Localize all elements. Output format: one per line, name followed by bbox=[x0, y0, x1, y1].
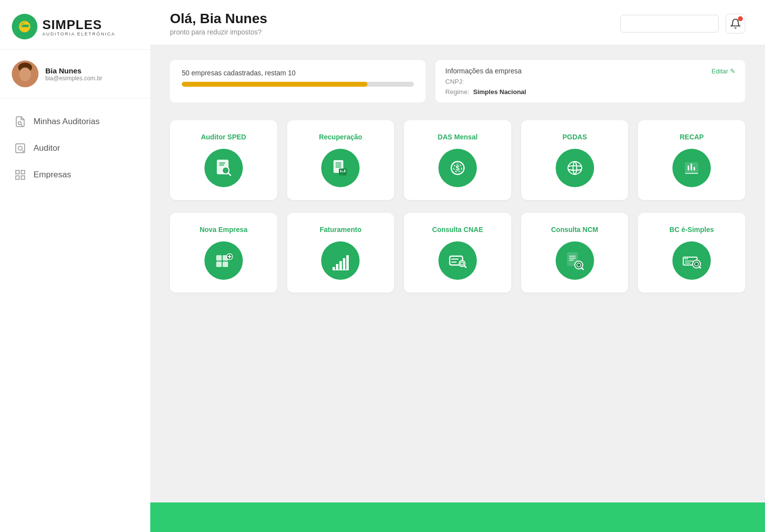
regime-value: Simples Nacional bbox=[473, 88, 527, 96]
cnpj-row: CNPJ: bbox=[445, 78, 735, 85]
card-bc-e-simples[interactable]: BC é-Simples bbox=[638, 213, 745, 293]
svg-rect-48 bbox=[343, 258, 345, 270]
card-label-consulta-ncm: Consulta NCM bbox=[551, 226, 599, 233]
svg-line-55 bbox=[464, 266, 466, 267]
notification-dot bbox=[738, 16, 743, 21]
card-icon-consulta-cnae bbox=[438, 241, 477, 280]
svg-line-8 bbox=[21, 125, 23, 127]
svg-rect-38 bbox=[216, 255, 222, 261]
logo-sub-text: AUDITORIA ELETRÔNICA bbox=[42, 32, 115, 36]
svg-rect-13 bbox=[21, 170, 25, 174]
sidebar-item-empresas[interactable]: Empresas bbox=[0, 162, 150, 188]
svg-rect-47 bbox=[339, 261, 342, 270]
svg-rect-20 bbox=[219, 163, 225, 164]
svg-rect-35 bbox=[691, 164, 692, 170]
card-das-mensal[interactable]: DAS Mensal $ bbox=[404, 120, 511, 200]
card-label-faturamento: Faturamento bbox=[320, 226, 362, 233]
main-content: Olá, Bia Nunes pronto para reduzir impos… bbox=[150, 0, 765, 532]
progress-bar-bg bbox=[182, 82, 414, 87]
card-icon-auditor-sped bbox=[204, 149, 243, 187]
edit-link[interactable]: Editar ✎ bbox=[711, 67, 735, 75]
sidebar-item-minhas-auditorias[interactable]: Minhas Auditorias bbox=[0, 108, 150, 135]
avatar bbox=[12, 61, 38, 87]
auditor-icon bbox=[14, 142, 27, 155]
svg-point-7 bbox=[18, 122, 21, 125]
svg-rect-24 bbox=[335, 165, 341, 166]
info-bar: 50 empresas cadastradas, restam 10 Infor… bbox=[170, 60, 745, 102]
header-subtitle: pronto para reduzir impostos? bbox=[170, 28, 267, 36]
card-label-auditor-sped: Auditor SPED bbox=[201, 133, 246, 141]
svg-rect-45 bbox=[333, 267, 335, 270]
card-auditor-sped[interactable]: Auditor SPED bbox=[170, 120, 277, 200]
card-nova-empresa[interactable]: Nova Empresa bbox=[170, 213, 277, 293]
header: Olá, Bia Nunes pronto para reduzir impos… bbox=[150, 0, 765, 45]
nav-menu: Minhas Auditorias Auditor E bbox=[0, 99, 150, 198]
logo-area: SIMPLES AUDITORIA ELETRÔNICA bbox=[0, 0, 150, 50]
svg-rect-25 bbox=[335, 166, 341, 167]
file-icon bbox=[14, 115, 27, 128]
card-icon-recuperacao bbox=[321, 149, 360, 187]
svg-rect-2 bbox=[22, 26, 29, 27]
card-icon-pgdas bbox=[556, 149, 594, 187]
svg-line-63 bbox=[581, 268, 583, 270]
svg-point-10 bbox=[18, 146, 22, 150]
card-pgdas[interactable]: PGDAS bbox=[521, 120, 629, 200]
card-icon-das-mensal: $ bbox=[438, 149, 477, 187]
card-faturamento[interactable]: Faturamento bbox=[287, 213, 395, 293]
card-recap[interactable]: RECAP bbox=[638, 120, 745, 200]
svg-point-66 bbox=[687, 258, 688, 260]
svg-rect-15 bbox=[21, 176, 25, 179]
logo-simples-text: SIMPLES bbox=[42, 17, 115, 33]
header-left: Olá, Bia Nunes pronto para reduzir impos… bbox=[170, 11, 267, 36]
company-info-header: Informações da empresa Editar ✎ bbox=[445, 67, 735, 75]
card-consulta-ncm[interactable]: Consulta NCM bbox=[521, 213, 629, 293]
progress-label: 50 empresas cadastradas, restam 10 bbox=[182, 69, 414, 77]
header-right bbox=[620, 14, 745, 33]
user-info: Bia Nunes bia@esimples.com.br bbox=[45, 66, 102, 82]
svg-rect-21 bbox=[219, 165, 224, 166]
card-recuperacao[interactable]: Recuperação bbox=[287, 120, 395, 200]
card-consulta-cnae[interactable]: Consulta CNAE bbox=[404, 213, 511, 293]
header-greeting: Olá, Bia Nunes bbox=[170, 11, 267, 27]
svg-rect-41 bbox=[223, 262, 228, 267]
svg-line-71 bbox=[699, 266, 700, 268]
sidebar-item-auditor[interactable]: Auditor bbox=[0, 135, 150, 162]
user-area: Bia Nunes bia@esimples.com.br bbox=[0, 50, 150, 99]
sidebar-item-label-empresas: Empresas bbox=[33, 170, 71, 180]
card-icon-nova-empresa bbox=[204, 241, 243, 280]
svg-rect-14 bbox=[16, 176, 19, 179]
user-name: Bia Nunes bbox=[45, 66, 102, 75]
svg-rect-12 bbox=[16, 170, 19, 174]
company-info-title: Informações da empresa bbox=[445, 67, 522, 75]
card-label-consulta-cnae: Consulta CNAE bbox=[432, 226, 483, 233]
search-input[interactable] bbox=[620, 15, 719, 33]
sidebar-item-label-auditor: Auditor bbox=[33, 143, 60, 153]
card-icon-bc-e-simples bbox=[672, 241, 711, 280]
sidebar-item-label-minhas-auditorias: Minhas Auditorias bbox=[33, 117, 100, 127]
svg-rect-49 bbox=[346, 255, 349, 270]
progress-bar-fill bbox=[182, 82, 367, 87]
svg-point-65 bbox=[685, 258, 686, 260]
user-email: bia@esimples.com.br bbox=[45, 75, 102, 82]
sidebar: SIMPLES AUDITORIA ELETRÔNICA Bia Nunes b… bbox=[0, 0, 150, 532]
svg-rect-40 bbox=[216, 262, 222, 267]
regime-row: Regime: Simples Nacional bbox=[445, 88, 735, 96]
card-label-das-mensal: DAS Mensal bbox=[438, 133, 478, 141]
grid-icon bbox=[14, 168, 27, 181]
company-progress-card: 50 empresas cadastradas, restam 10 bbox=[170, 60, 426, 102]
feature-cards-row2: Nova Empresa Faturamento bbox=[170, 213, 745, 293]
svg-rect-36 bbox=[694, 167, 695, 170]
card-label-bc-e-simples: BC é-Simples bbox=[669, 226, 714, 233]
card-label-nova-empresa: Nova Empresa bbox=[200, 226, 247, 233]
feature-cards-row1: Auditor SPED Recuperação bbox=[170, 120, 745, 200]
card-label-recuperacao: Recuperação bbox=[319, 133, 362, 141]
svg-line-11 bbox=[22, 150, 24, 152]
svg-rect-34 bbox=[688, 166, 689, 170]
svg-rect-46 bbox=[336, 264, 338, 270]
svg-rect-23 bbox=[335, 163, 341, 164]
notification-button[interactable] bbox=[726, 14, 745, 33]
card-icon-recap bbox=[672, 149, 711, 187]
svg-text:$: $ bbox=[456, 164, 460, 172]
company-info-card: Informações da empresa Editar ✎ CNPJ: Re… bbox=[435, 60, 745, 102]
svg-rect-28 bbox=[342, 171, 343, 172]
